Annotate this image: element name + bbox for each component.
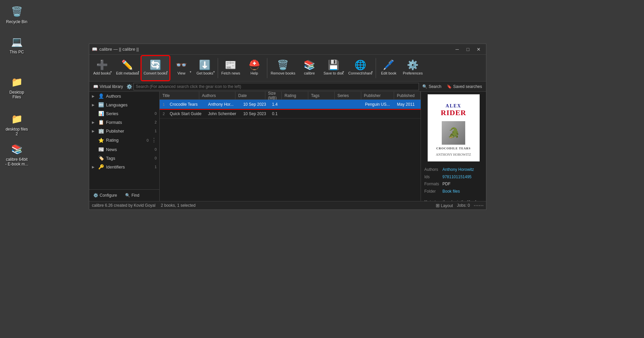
edit-book-label: Edit book xyxy=(381,71,396,76)
col-tags-header[interactable]: Tags xyxy=(308,92,335,99)
get-books-button[interactable]: ⬇️ Get books ▼ xyxy=(194,56,216,80)
view-button[interactable]: 👓 View ▼ xyxy=(170,56,193,80)
help-label: Help xyxy=(251,71,258,76)
meta-authors-row: Authors Anthony Horowitz xyxy=(424,166,483,174)
sidebar-item-series[interactable]: 📊 Series 0 xyxy=(89,109,159,118)
book-meta: Authors Anthony Horowitz Ids 97811011514… xyxy=(421,164,486,197)
search-input[interactable] xyxy=(133,83,419,90)
meta-folder-label: Folder xyxy=(424,188,441,195)
calibre-desktop-image: 📚 xyxy=(10,142,23,156)
sidebar-item-languages[interactable]: ▶ 🔤 Languages xyxy=(89,100,159,109)
remove-books-button[interactable]: 🗑️ Remove books xyxy=(269,56,297,80)
edit-book-button[interactable]: 🖊️ Edit book xyxy=(377,56,400,80)
configure-button[interactable]: ⚙️ Configure xyxy=(91,192,120,199)
search-button[interactable]: 🔍 Search xyxy=(420,84,443,90)
help-icon: ⛑️ xyxy=(249,60,260,70)
book-list-header: Title Authors Date Size (MB) Rating Tags… xyxy=(160,92,421,100)
calibre-desktop-label: calibre 64bit - E-book m... xyxy=(5,157,29,167)
rating-icon: ⭐ xyxy=(98,138,104,143)
col-date-header[interactable]: Date xyxy=(235,92,265,99)
close-button[interactable]: ✕ xyxy=(474,46,483,53)
col-publisher-header[interactable]: Publisher xyxy=(361,92,394,99)
col-title-header[interactable]: Title xyxy=(160,92,199,99)
desktop-files-2-icon[interactable]: 📁 desktop files 2 xyxy=(3,111,30,138)
save-to-disk-button[interactable]: 💾 Save to disk ▼ xyxy=(321,56,345,80)
cell-date-1: 10 Sep 2023 xyxy=(241,111,270,116)
col-size-header[interactable]: Size (MB) xyxy=(265,92,282,99)
recycle-bin-icon[interactable]: 🗑️ Recycle Bin xyxy=(3,3,30,26)
languages-icon: 🔤 xyxy=(98,102,104,107)
remove-books-label: Remove books xyxy=(271,71,295,76)
identifiers-count: 1 xyxy=(155,165,157,169)
sidebar-item-publisher[interactable]: ▶ 🏢 Publisher 1 xyxy=(89,127,159,135)
identifiers-expand-icon: ▶ xyxy=(92,165,96,169)
convert-books-button[interactable]: 🔄 Convert books ▼ xyxy=(142,56,169,80)
sidebar-item-news[interactable]: 📰 News 0 xyxy=(89,145,159,154)
this-pc-icon[interactable]: 💻 This PC xyxy=(3,34,30,56)
find-label: Find xyxy=(131,193,139,198)
fetch-news-icon: 📰 xyxy=(225,60,236,70)
cover-title: ALEX RIDER xyxy=(438,99,469,119)
col-pubdate-header[interactable]: Published xyxy=(394,92,421,99)
series-label: Series xyxy=(106,111,153,116)
cell-author-0: Anthony Hor... xyxy=(206,102,241,107)
sidebar-item-authors[interactable]: ▶ 👤 Authors xyxy=(89,92,159,100)
toolbar-divider-1 xyxy=(218,58,218,78)
virtual-library-button[interactable]: 📖 Virtual library xyxy=(91,84,125,90)
sidebar-item-identifiers[interactable]: ▶ 🔑 Identifiers 1 xyxy=(89,162,159,171)
preferences-label: Preferences xyxy=(403,71,423,76)
col-authors-header[interactable]: Authors xyxy=(199,92,235,99)
bookmark-icon: 🔖 xyxy=(447,84,452,89)
search-gear-icon[interactable]: ⚙️ xyxy=(126,84,132,89)
sidebar-item-formats[interactable]: ▶ 📋 Formats 2 xyxy=(89,118,159,127)
formats-count: 2 xyxy=(155,120,157,124)
col-rating-header[interactable]: Rating xyxy=(282,92,308,99)
tags-count: 0 xyxy=(155,156,157,160)
view-icon: 👓 xyxy=(175,60,187,70)
meta-authors-label: Authors xyxy=(424,166,441,174)
find-button[interactable]: 🔍 Find xyxy=(122,192,142,199)
remove-books-icon: 🗑️ xyxy=(277,60,289,70)
col-series-header[interactable]: Series xyxy=(335,92,361,99)
sidebar: ▶ 👤 Authors ▶ 🔤 Languages 📊 Series 0 ▶ 📋… xyxy=(89,92,160,201)
table-row[interactable]: 1 Crocodile Tears Anthony Hor... 10 Sep … xyxy=(160,100,421,109)
toolbar-divider-2 xyxy=(267,58,267,78)
saved-searches-label: Saved searches xyxy=(453,84,482,89)
preferences-button[interactable]: ⚙️ Preferences xyxy=(401,56,425,80)
minimize-button[interactable]: ─ xyxy=(452,46,462,53)
search-bar: 📖 Virtual library ⚙️ 🔍 Search 🔖 Saved se… xyxy=(89,82,486,92)
desktop-files-icon[interactable]: 📁 Desktop Files xyxy=(3,74,30,101)
status-bar: calibre 6.26 created by Kovid Goyal 2 bo… xyxy=(89,201,486,209)
calibre-button[interactable]: 📚 calibre xyxy=(298,56,321,80)
get-books-icon: ⬇️ xyxy=(199,60,211,70)
meta-formats-label: Formats xyxy=(424,181,441,188)
recycle-bin-label: Recycle Bin xyxy=(6,19,27,24)
configure-label: Configure xyxy=(100,193,117,198)
sidebar-item-tags[interactable]: 🏷️ Tags 0 xyxy=(89,154,159,162)
book-list-area: Title Authors Date Size (MB) Rating Tags… xyxy=(160,92,421,201)
cell-author-1: John Schember xyxy=(206,111,241,116)
cover-author: ANTHONY HOROWITZ xyxy=(433,152,474,157)
add-books-label: Add books xyxy=(93,71,111,76)
row-num: 1 xyxy=(160,102,168,106)
maximize-button[interactable]: □ xyxy=(463,46,473,53)
saved-searches-button[interactable]: 🔖 Saved searches xyxy=(445,84,484,90)
add-books-button[interactable]: ➕ Add books ▼ xyxy=(91,56,113,80)
calibre-desktop-icon[interactable]: 📚 calibre 64bit - E-book m... xyxy=(3,141,30,168)
connect-share-button[interactable]: 🌐 Connect/share ▼ xyxy=(346,56,374,80)
layout-label[interactable]: ⊞ Layout xyxy=(436,203,453,208)
sidebar-item-rating[interactable]: ⭐ Rating 0 ⋮ xyxy=(89,135,159,145)
edit-metadata-icon: ✏️ xyxy=(121,60,133,70)
help-button[interactable]: ⛑️ Help xyxy=(243,56,266,80)
authors-icon: 👤 xyxy=(98,93,104,99)
fetch-news-button[interactable]: 📰 Fetch news xyxy=(219,56,242,80)
desktop-files-2-label: desktop files 2 xyxy=(5,127,29,137)
view-arrow: ▼ xyxy=(189,70,192,74)
identifiers-label: Identifiers xyxy=(106,164,153,170)
edit-metadata-button[interactable]: ✏️ Edit metadata ▼ xyxy=(114,56,141,80)
languages-label: Languages xyxy=(106,102,157,107)
cell-size-1: 0.1 xyxy=(270,111,286,116)
publisher-expand-icon: ▶ xyxy=(92,129,96,133)
table-row[interactable]: 2 Quick Start Guide John Schember 10 Sep… xyxy=(160,109,421,118)
publisher-count: 1 xyxy=(155,129,157,133)
